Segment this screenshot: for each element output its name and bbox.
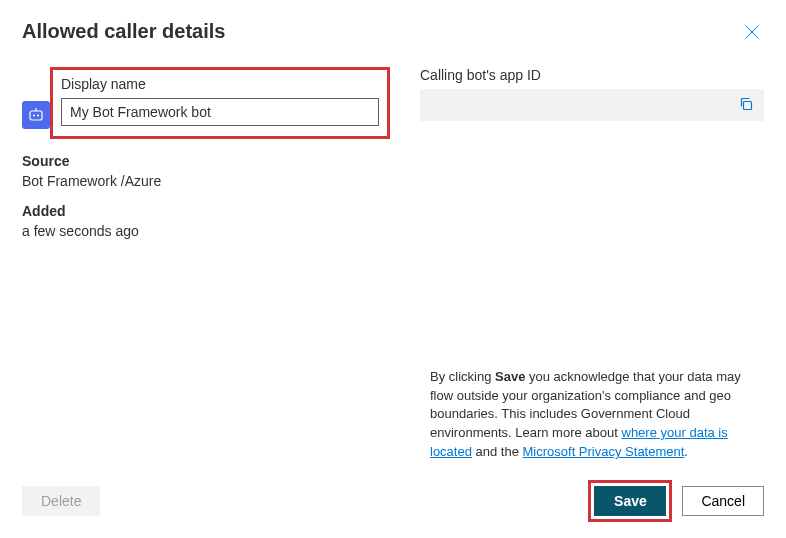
save-highlight: Save — [588, 480, 672, 522]
added-label: Added — [22, 203, 390, 219]
delete-button[interactable]: Delete — [22, 486, 100, 516]
left-column: Display name Source Bot Framework /Azure… — [22, 67, 390, 253]
content-columns: Display name Source Bot Framework /Azure… — [22, 67, 764, 253]
right-column: Calling bot's app ID — [420, 67, 764, 253]
svg-rect-6 — [744, 101, 752, 109]
app-id-row — [420, 89, 764, 121]
display-name-label: Display name — [61, 76, 379, 92]
cancel-button[interactable]: Cancel — [682, 486, 764, 516]
panel-title: Allowed caller details — [22, 20, 225, 43]
source-label: Source — [22, 153, 390, 169]
disclaimer-text: By clicking Save you acknowledge that yo… — [430, 368, 764, 462]
svg-point-3 — [33, 115, 35, 117]
app-id-field[interactable] — [420, 89, 728, 121]
privacy-statement-link[interactable]: Microsoft Privacy Statement — [523, 444, 685, 459]
close-icon — [744, 28, 760, 43]
added-value: a few seconds ago — [22, 223, 390, 239]
close-button[interactable] — [740, 20, 764, 47]
display-name-row: Display name — [22, 67, 390, 139]
bot-icon — [22, 101, 50, 129]
save-button[interactable]: Save — [594, 486, 666, 516]
svg-rect-2 — [30, 111, 42, 120]
disclaimer-pre: By clicking — [430, 369, 495, 384]
display-name-input[interactable] — [61, 98, 379, 126]
footer-bar: Delete Save Cancel — [22, 480, 764, 522]
source-value: Bot Framework /Azure — [22, 173, 390, 189]
panel-header: Allowed caller details — [22, 20, 764, 47]
app-id-label: Calling bot's app ID — [420, 67, 764, 83]
disclaimer-and: and the — [472, 444, 523, 459]
disclaimer-end: . — [684, 444, 688, 459]
footer-right: Save Cancel — [588, 480, 764, 522]
added-block: Added a few seconds ago — [22, 203, 390, 239]
source-block: Source Bot Framework /Azure — [22, 153, 390, 189]
svg-point-4 — [37, 115, 39, 117]
disclaimer-bold: Save — [495, 369, 525, 384]
copy-icon — [738, 96, 754, 115]
copy-button[interactable] — [728, 89, 764, 121]
display-name-highlight: Display name — [50, 67, 390, 139]
